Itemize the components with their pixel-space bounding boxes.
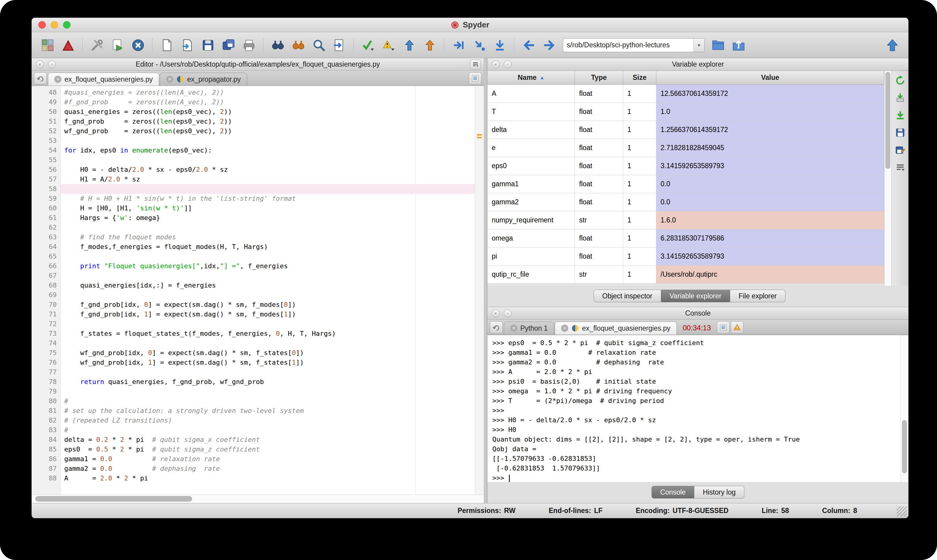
editor-tab-browse-button[interactable] — [34, 72, 47, 85]
parent-directory-button[interactable] — [729, 36, 748, 55]
code-line[interactable]: print "Floquet quasienergies[",idx,"] ="… — [61, 261, 475, 271]
variable-value[interactable]: 3.141592653589793 — [656, 157, 884, 175]
code-line[interactable] — [61, 319, 475, 329]
code-line[interactable]: f_gnd_prob = zeros((len(eps0_vec), 2)) — [61, 117, 475, 126]
code-line[interactable]: wf_gnd_prob[idx, 0] = expect(sm.dag() * … — [61, 348, 475, 358]
code-line[interactable] — [61, 271, 475, 281]
variable-row[interactable]: Afloat112.566370614359172 — [488, 85, 884, 103]
code-line[interactable]: # (repeated LZ transitions) — [61, 415, 475, 425]
run-settings-button[interactable] — [108, 36, 127, 55]
variable-value[interactable]: 2.718281828459045 — [656, 139, 884, 157]
variable-row[interactable]: efloat12.718281828459045 — [488, 139, 884, 157]
working-directory-combo[interactable]: ▼ — [563, 38, 705, 52]
code-line[interactable] — [61, 368, 475, 377]
code-line[interactable] — [61, 338, 475, 348]
variable-row[interactable]: gamma1float10.0 — [488, 175, 884, 193]
zoom-window-button[interactable] — [63, 21, 71, 29]
column-header-size[interactable]: Size — [623, 71, 656, 85]
variable-value[interactable]: /Users/rob/.qutiprc — [656, 266, 884, 283]
variable-value[interactable]: 0.0 — [656, 175, 884, 193]
editor-pane-options-button[interactable] — [470, 60, 481, 69]
browse-directory-button[interactable] — [709, 36, 728, 55]
code-line[interactable]: #quasi_energies = zeros((len(A_vec), 2)) — [61, 88, 475, 97]
code-line[interactable]: quasi_energies[idx,:] = f_energies — [61, 281, 475, 290]
variable-row[interactable]: deltafloat11.2566370614359172 — [488, 121, 884, 139]
find-text-button[interactable] — [269, 36, 287, 55]
variable-row[interactable]: gamma2float10.0 — [488, 193, 884, 211]
warning-flag[interactable] — [477, 134, 482, 135]
variable-row[interactable]: Tfloat11.0 — [488, 103, 884, 121]
vscroll-thumb[interactable] — [885, 72, 890, 169]
code-analysis-button[interactable] — [359, 36, 378, 55]
console-close-button[interactable]: × — [492, 309, 500, 317]
code-line[interactable] — [61, 223, 475, 232]
print-file-button[interactable] — [240, 36, 258, 55]
editor-horizontal-scrollbar[interactable] — [32, 495, 484, 503]
scroll-flag-column[interactable] — [475, 86, 484, 495]
editor-pane-close-button[interactable]: × — [36, 61, 44, 68]
column-header-type[interactable]: Type — [575, 71, 623, 85]
varexp-undock-button[interactable]: ▫ — [504, 61, 512, 68]
code-line[interactable]: # — [61, 425, 475, 435]
variable-value[interactable]: 1.6.0 — [656, 211, 884, 229]
vertical-splitter[interactable] — [484, 58, 488, 503]
variable-row[interactable]: eps0float13.141592653589793 — [488, 157, 884, 175]
pane-tab-object-inspector[interactable]: Object inspector — [594, 290, 661, 302]
tab-close-icon[interactable]: × — [166, 75, 173, 83]
editor-body[interactable]: 4849505152535455565758596061626364656667… — [32, 86, 484, 495]
code-line[interactable]: H0 = - delta/2.0 * sx - eps0/2.0 * sz — [61, 165, 475, 174]
editor-tab-list-button[interactable] — [469, 72, 482, 85]
tab-close-icon[interactable]: × — [54, 75, 62, 83]
console-tab[interactable]: ×Python 1 — [504, 322, 554, 335]
code-line[interactable]: f_gnd_prob[idx, 0] = expect(sm.dag() * s… — [61, 300, 475, 309]
code-line[interactable]: # — [61, 396, 475, 406]
combo-dropdown-arrow-icon[interactable]: ▼ — [693, 38, 704, 52]
code-area[interactable]: #quasi_energies = zeros((len(A_vec), 2))… — [61, 86, 475, 495]
close-window-button[interactable] — [38, 21, 46, 29]
console-undock-button[interactable]: ▫ — [504, 309, 512, 317]
save-file-button[interactable] — [198, 36, 217, 55]
debug-step-button[interactable] — [491, 36, 509, 55]
variable-table-scrollbar[interactable] — [884, 71, 891, 286]
go-to-top-button[interactable] — [883, 36, 902, 55]
variable-value[interactable]: 1.2566370614359172 — [656, 121, 884, 138]
console-tab[interactable]: ×ex_floquet_quasienergies.py — [555, 322, 677, 335]
run-selection-button[interactable] — [470, 36, 489, 55]
code-line[interactable]: # H = H0 + H1 * sin(w * t) in the 'list-… — [61, 194, 475, 203]
replace-text-button[interactable] — [309, 36, 328, 55]
code-line[interactable]: #f_gnd_prob = zeros((len(A_vec), 2)) — [61, 97, 475, 107]
minimize-window-button[interactable] — [51, 21, 58, 29]
code-line[interactable]: eps0 = 0.5 * 2 * pi # qubit sigma_z coef… — [61, 445, 475, 454]
save-button[interactable] — [894, 126, 906, 139]
editor-tab[interactable]: ×ex_propagator.py — [160, 72, 247, 86]
console-options-button[interactable] — [717, 321, 729, 333]
hscroll-thumb[interactable] — [35, 496, 192, 502]
console-scrollbar[interactable] — [900, 335, 908, 482]
tab-close-icon[interactable]: × — [510, 325, 517, 332]
code-line[interactable]: gamma1 = 0.0 # relaxation rate — [61, 454, 475, 464]
code-line[interactable] — [61, 387, 475, 396]
variable-row[interactable]: omegafloat16.283185307179586 — [488, 229, 884, 248]
find-in-files-button[interactable] — [289, 36, 308, 55]
column-header-value[interactable]: Value — [656, 71, 884, 85]
console-scroll-thumb[interactable] — [902, 420, 907, 473]
variable-row[interactable]: pifloat13.141592653589793 — [488, 248, 884, 266]
code-line[interactable] — [61, 184, 475, 194]
spyder-panel-button[interactable] — [59, 36, 77, 55]
variable-row[interactable]: numpy_requirementstr11.6.0 — [488, 211, 884, 229]
code-line[interactable]: f_modes,f_energies = floquet_modes(H, T,… — [61, 242, 475, 252]
navigate-forward-button[interactable] — [540, 36, 559, 55]
pane-tab-variable-explorer[interactable]: Variable explorer — [661, 290, 730, 302]
working-directory-input[interactable] — [563, 41, 693, 49]
variable-value[interactable]: 3.141592653589793 — [656, 248, 884, 265]
console-prompt[interactable]: >>> — [492, 473, 908, 482]
code-line[interactable] — [61, 290, 475, 300]
console-tab-history-log[interactable]: History log — [694, 486, 744, 498]
console-output[interactable]: >>> eps0 = 0.5 * 2 * pi # qubit sigma_z … — [488, 335, 908, 482]
variable-value[interactable]: 12.566370614359172 — [656, 85, 884, 103]
variable-value[interactable]: 6.283185307179586 — [656, 229, 884, 247]
interrupt-kernel-button[interactable] — [129, 36, 148, 55]
open-file-button[interactable] — [178, 36, 197, 55]
code-line[interactable]: H1 = A/2.0 * sz — [61, 174, 475, 184]
variable-value[interactable]: 1.0 — [656, 103, 884, 120]
